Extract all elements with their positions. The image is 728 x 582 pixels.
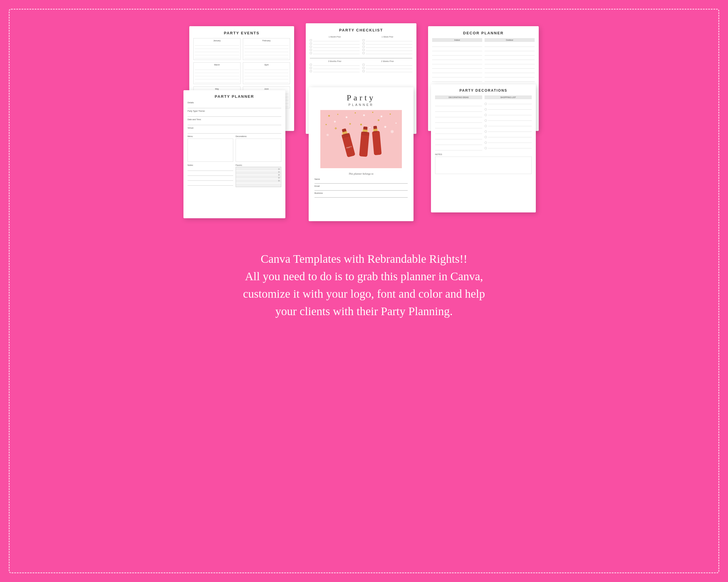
party-events-title: PARTY EVENTS [193,31,290,35]
party-planner-wrapper: PARTY PLANNER Details Party Type/ Theme:… [183,90,285,218]
cover-field-business-label: Business [314,192,408,194]
cover-field-email-label: Email [314,185,408,187]
checklist-grid-top: 1 Month Prior 1 Week Prior [310,36,412,55]
month-lines [244,43,289,58]
svg-point-12 [395,122,397,124]
party-planner-title: PARTY PLANNER [187,94,281,99]
planner-menu-dec: Menu: Decorations: [187,135,281,162]
checklist-divider [310,58,412,58]
planner-notes-label: Notes: [187,164,233,166]
svg-point-9 [326,124,327,125]
svg-text:❄: ❄ [326,133,329,137]
party-cover-card: Party PLANNER [309,87,414,221]
cover-field-name: Name [314,178,408,184]
planner-favor-box [236,167,281,187]
svg-point-1 [328,115,330,117]
dec-ideas-list [435,102,482,150]
party-planner-card: PARTY PLANNER Details Party Type/ Theme:… [183,90,285,218]
planner-dec-col: Decorations: [236,135,281,162]
checklist-header-2weeks: 2 Weeks Prior [363,60,412,62]
svg-rect-22 [363,129,368,132]
cover-title-planner: PLANNER [348,103,374,107]
decor-indoor-header: Indoor [432,38,482,42]
bottom-line2: All you need to do is to grab this plann… [245,270,483,283]
bottom-line3: customize it with your logo, font and co… [243,287,485,300]
planner-favor-label: Favors: [236,164,281,166]
planner-venue-section: Venue: [187,127,281,134]
bottom-line4: your clients with their Party Planning. [276,305,453,318]
svg-point-10 [334,121,336,122]
svg-point-7 [381,115,382,117]
checklist-col-1month: 1 Month Prior [310,36,360,55]
svg-point-5 [363,114,365,116]
month-lines [195,43,239,58]
svg-point-8 [390,113,391,115]
planner-venue-label: Venue: [187,127,281,129]
party-decorations-card: PARTY DECORATIONS DECORATING IDEAS SHOPP… [431,84,536,213]
svg-point-6 [372,112,373,113]
bottom-text-area: Canva Templates with Rebrandable Rights!… [0,244,728,337]
party-dec-notes: NOTES [435,154,532,174]
party-dec-tab-shopping: SHOPPING LIST [485,95,532,99]
checklist-col-3months: 3 Months Prior [310,60,360,73]
checklist-col-2weeks: 2 Weeks Prior [363,60,412,73]
left-column: PARTY EVENTS January February [189,26,294,218]
month-cell-january: January [193,38,240,60]
cover-image-svg: ❄ ❄ PARTY [320,110,402,168]
checklist-header-3months: 3 Months Prior [310,60,360,62]
cover-image-inner: ❄ ❄ PARTY [320,110,402,168]
svg-point-2 [337,114,338,115]
cover-field-business-line [314,194,408,198]
planner-menu-label: Menu: [187,135,233,137]
svg-rect-23 [361,132,369,136]
checklist-header-1month: 1 Month Prior [310,36,360,38]
planner-details-label: Details [187,102,281,104]
month-label-january: January [195,39,239,41]
planner-details-section: Details [187,102,281,108]
decor-outdoor-header: Outdoor [485,38,535,42]
party-dec-tabs: DECORATING IDEAS SHOPPING LIST [435,95,532,99]
month-cell-february: February [243,38,290,60]
notes-label: NOTES [435,154,532,156]
month-cell-april: April [243,62,290,84]
planner-type-label: Party Type/ Theme: [187,110,281,112]
cover-field-name-line [314,180,408,184]
bottom-line1: Canva Templates with Rebrandable Rights!… [261,252,467,266]
bottom-text: Canva Templates with Rebrandable Rights!… [44,250,684,320]
planner-date-section: Date and Time: [187,118,281,125]
cover-field-business: Business [314,192,408,198]
planner-notes-row: Notes: Favors: [187,164,281,187]
dec-shopping-list [485,102,532,150]
planner-dec-label: Decorations: [236,135,281,137]
party-decorations-title: PARTY DECORATIONS [435,88,532,92]
month-label-march: March [195,64,239,66]
month-label-may: May [195,88,239,90]
checklist-col-1week: 1 Week Prior [363,36,412,55]
svg-point-11 [378,119,380,121]
cover-belongs-text: This planner belongs to [348,172,373,175]
decor-planner-title: DECOR PLANNER [432,31,535,35]
svg-point-4 [355,112,356,113]
party-dec-items [435,102,532,150]
middle-column: PARTY CHECKLIST 1 Month Prior 1 Week Pri… [306,23,416,233]
svg-point-3 [346,116,347,118]
cover-field-name-label: Name [314,178,408,180]
party-cover-wrapper: Party PLANNER [309,87,414,221]
planner-menu-col: Menu: [187,135,233,162]
planner-favor-col: Favors: [236,164,281,187]
month-lines [244,67,289,83]
month-label-april: April [244,64,289,66]
checklist-header-1week: 1 Week Prior [363,36,412,38]
month-cell-march: March [193,62,240,84]
svg-rect-26 [373,129,378,131]
cover-image: ❄ ❄ PARTY [320,110,402,168]
month-label-june: June [244,88,289,90]
planner-notes-col: Notes: [187,164,233,187]
svg-point-28 [369,127,370,128]
right-column: DECOR PLANNER Indoor Outdoor [428,26,539,230]
cards-area: PARTY EVENTS January February [0,0,728,244]
cover-field-email: Email [314,185,408,191]
month-label-february: February [244,39,289,41]
svg-text:❄: ❄ [390,129,394,134]
month-lines [195,67,239,83]
